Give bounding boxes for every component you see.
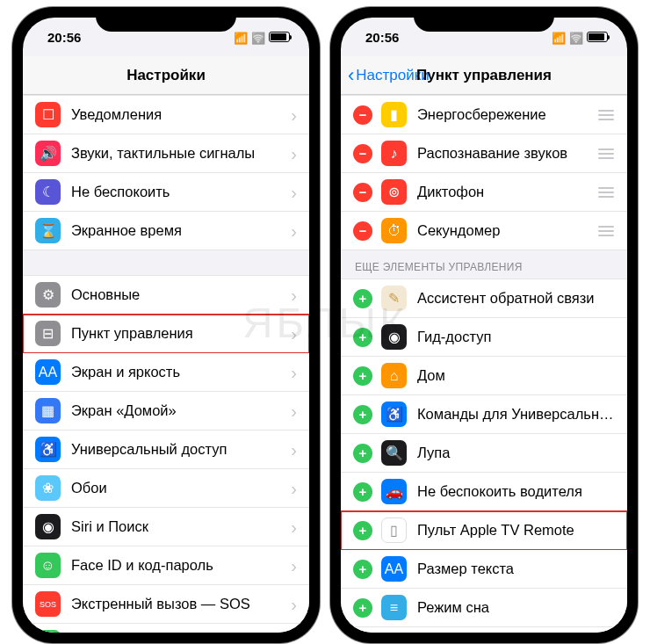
row-label: Режим сна <box>417 599 615 616</box>
row-label: Основные <box>71 286 291 303</box>
row-icon: ▮ <box>381 102 407 127</box>
settings-row[interactable]: ♿Универсальный доступ› <box>23 431 309 469</box>
control-center-list[interactable]: −▮Энергосбережение−♪Распознавание звуков… <box>341 95 627 633</box>
settings-row[interactable]: SOSЭкстренный вызов — SOS› <box>23 585 309 624</box>
row-icon: ◉ <box>35 514 61 539</box>
control-row[interactable]: +▦Сканер QR-кода <box>341 627 627 633</box>
row-label: Универсальный доступ <box>71 441 291 458</box>
row-label: Экранное время <box>71 222 291 239</box>
settings-row[interactable]: ⊟Пункт управления› <box>23 315 309 353</box>
control-row[interactable]: −♪Распознавание звуков <box>341 134 627 173</box>
drag-handle-icon[interactable] <box>597 226 615 236</box>
control-row[interactable]: −⏱Секундомер <box>341 212 627 250</box>
add-button[interactable]: + <box>353 405 372 424</box>
control-row[interactable]: +🚗Не беспокоить водителя <box>341 473 627 511</box>
row-icon: ⌛ <box>35 218 61 243</box>
row-label: Пункт управления <box>71 325 291 342</box>
settings-row[interactable]: ☐Уведомления› <box>23 95 309 134</box>
settings-row[interactable]: 🔊Звуки, тактильные сигналы› <box>23 134 309 173</box>
signal-icon <box>234 30 248 45</box>
nav-bar: ‹ Настройки Пункт управления <box>341 56 627 95</box>
row-icon: ▯ <box>381 517 407 543</box>
row-icon: ☐ <box>35 102 61 127</box>
add-button[interactable]: + <box>353 521 372 540</box>
row-label: Звуки, тактильные сигналы <box>71 145 291 162</box>
row-label: Siri и Поиск <box>71 518 291 535</box>
remove-button[interactable]: − <box>353 221 372 241</box>
control-row[interactable]: +♿Команды для Универсального дост… <box>341 395 627 434</box>
add-button[interactable]: + <box>353 328 372 347</box>
settings-row[interactable]: ▦Экран «Домой»› <box>23 392 309 431</box>
status-time: 20:56 <box>365 30 399 45</box>
row-label: Размер текста <box>417 561 615 577</box>
control-row[interactable]: +≡Режим сна <box>341 589 627 627</box>
remove-button[interactable]: − <box>353 105 372 125</box>
remove-button[interactable]: − <box>353 144 372 163</box>
add-button[interactable]: + <box>353 289 372 308</box>
row-icon: ⌂ <box>381 363 407 388</box>
signal-icon <box>552 30 566 45</box>
row-icon: 🔊 <box>35 141 61 166</box>
row-icon: 🚗 <box>381 479 407 504</box>
wifi-icon <box>569 30 583 45</box>
row-label: Лупа <box>417 445 615 461</box>
control-row[interactable]: +⌂Дом <box>341 357 627 395</box>
battery-icon <box>269 32 290 42</box>
row-icon: ⊚ <box>381 179 407 205</box>
add-button[interactable]: + <box>353 482 372 502</box>
row-label: Диктофон <box>417 184 592 200</box>
drag-handle-icon[interactable] <box>597 110 615 120</box>
remove-button[interactable]: − <box>353 183 372 202</box>
settings-row[interactable]: ☾Не беспокоить› <box>23 173 309 212</box>
settings-row[interactable]: ❀Обои› <box>23 469 309 508</box>
row-label: Экран и яркость <box>71 364 291 380</box>
row-icon: ⚙ <box>35 282 61 308</box>
settings-row[interactable]: ⚙Основные› <box>23 275 309 315</box>
row-icon: AA <box>35 359 61 385</box>
settings-row[interactable]: ◉Siri и Поиск› <box>23 508 309 546</box>
add-button[interactable]: + <box>353 560 372 579</box>
row-label: Распознавание звуков <box>417 145 592 162</box>
row-icon: ≡ <box>381 595 407 620</box>
row-icon: ♪ <box>381 141 407 166</box>
settings-row[interactable]: ☺Face ID и код-пароль› <box>23 546 309 585</box>
row-icon: ✎ <box>381 286 407 311</box>
status-bar: 20:56 <box>341 18 627 56</box>
row-label: Гид-доступ <box>417 329 615 345</box>
control-row[interactable]: −▮Энергосбережение <box>341 95 627 134</box>
settings-row[interactable]: AAЭкран и яркость› <box>23 353 309 392</box>
row-icon: ♿ <box>35 437 61 462</box>
add-button[interactable]: + <box>353 444 372 463</box>
add-button[interactable]: + <box>353 598 372 618</box>
control-row[interactable]: −⊚Диктофон <box>341 173 627 212</box>
drag-handle-icon[interactable] <box>597 187 615 198</box>
control-row[interactable]: +AAРазмер текста <box>341 550 627 589</box>
control-row[interactable]: +◉Гид-доступ <box>341 318 627 357</box>
row-icon: 🔍 <box>381 440 407 466</box>
status-time: 20:56 <box>47 30 81 45</box>
row-label: Ассистент обратной связи <box>417 290 615 307</box>
row-label: Уведомления <box>71 106 291 123</box>
settings-row[interactable]: ⌛Экранное время› <box>23 212 309 250</box>
control-row[interactable]: +🔍Лупа <box>341 434 627 473</box>
row-icon: SOS <box>35 591 61 617</box>
page-title: Пункт управления <box>341 67 627 84</box>
page-title: Настройки <box>23 67 309 84</box>
control-row[interactable]: +▯Пульт Apple TV Remote <box>341 511 627 550</box>
row-label: Секундомер <box>417 222 592 239</box>
row-icon: ❀ <box>35 475 61 501</box>
row-icon: ▮ <box>35 630 61 633</box>
row-icon: ⏱ <box>381 218 407 243</box>
row-label: Экстренный вызов — SOS <box>71 596 291 612</box>
settings-row[interactable]: ▮Аккумулятор› <box>23 624 309 633</box>
drag-handle-icon[interactable] <box>597 148 615 159</box>
settings-list[interactable]: ☐Уведомления›🔊Звуки, тактильные сигналы›… <box>23 95 309 633</box>
control-row[interactable]: +✎Ассистент обратной связи <box>341 279 627 318</box>
add-button[interactable]: + <box>353 366 372 386</box>
row-icon: AA <box>381 556 407 582</box>
row-icon: ♿ <box>381 402 407 427</box>
status-indicators <box>234 30 290 45</box>
row-label: Энергосбережение <box>417 106 592 123</box>
phone-right: 20:56 ‹ Настройки Пункт управления −▮Эне… <box>330 7 638 643</box>
row-label: Дом <box>417 367 615 384</box>
